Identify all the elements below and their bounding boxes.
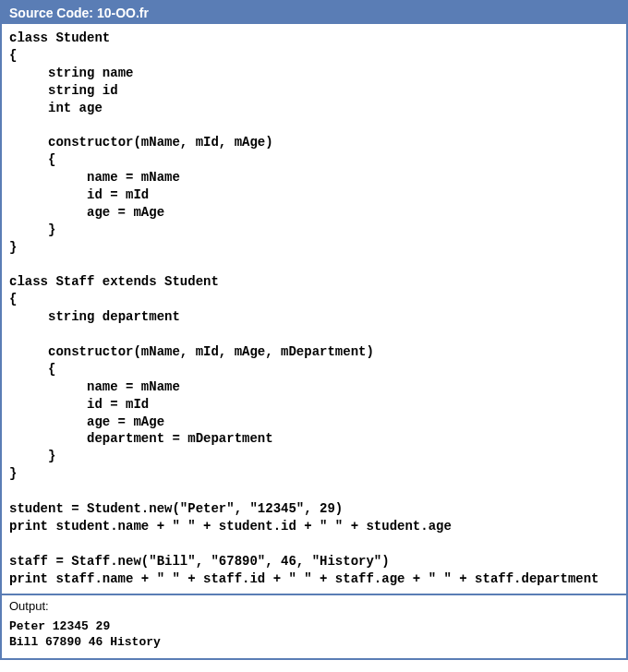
source-panel: class Student { string name string id in… xyxy=(2,24,626,595)
output-text: Peter 12345 29 Bill 67890 46 History xyxy=(9,618,619,651)
source-title: Source Code: 10-OO.fr xyxy=(9,6,149,20)
source-code: class Student { string name string id in… xyxy=(9,30,619,588)
output-label: Output: xyxy=(9,599,619,613)
code-listing-container: Source Code: 10-OO.fr class Student { st… xyxy=(0,0,628,660)
output-panel: Output: Peter 12345 29 Bill 67890 46 His… xyxy=(2,595,626,658)
source-header: Source Code: 10-OO.fr xyxy=(2,2,626,24)
